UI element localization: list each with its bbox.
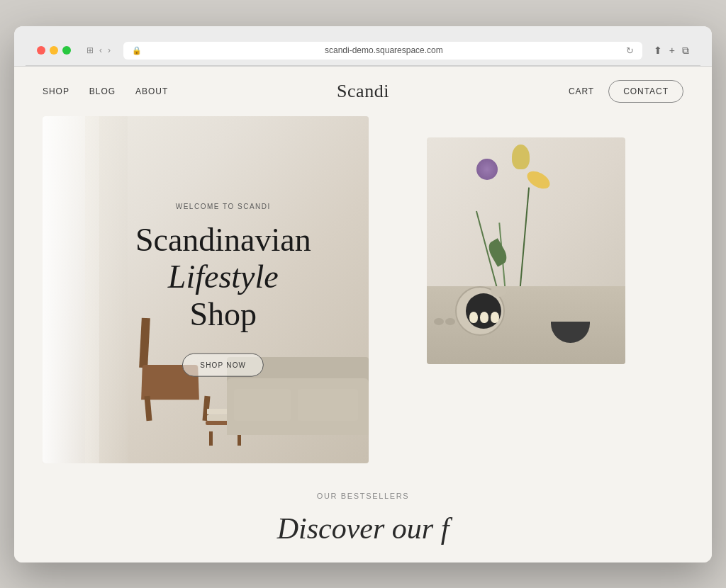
egg-2 (480, 312, 488, 323)
cart-link[interactable]: CART (569, 86, 594, 96)
site-navigation: SHOP BLOG ABOUT Scandi CART CONTACT (14, 67, 712, 116)
nav-shop[interactable]: SHOP (43, 86, 69, 96)
right-content-area (369, 116, 683, 463)
hero-title-normal: Shop (189, 296, 257, 332)
curtain-right (85, 116, 128, 463)
new-tab-icon[interactable]: + (669, 45, 675, 56)
flower-stem-2 (519, 187, 530, 293)
address-bar[interactable]: 🔒 scandi-demo.squarespace.com ↻ (123, 42, 642, 60)
tabs-icon[interactable]: ⧉ (682, 45, 689, 57)
minimize-button[interactable] (50, 46, 58, 55)
share-icon[interactable]: ⬆ (654, 45, 662, 56)
site-logo[interactable]: Scandi (337, 81, 389, 102)
divider (26, 65, 700, 66)
url-text: scandi-demo.squarespace.com (146, 45, 622, 55)
sofa-cushion-1 (234, 389, 291, 421)
browser-window: ⊞ ‹ › 🔒 scandi-demo.squarespace.com ↻ ⬆ … (14, 26, 712, 562)
website-content: SHOP BLOG ABOUT Scandi CART CONTACT (14, 67, 712, 562)
shop-now-button[interactable]: SHOP NOW (182, 354, 264, 377)
hero-title: Scandinavian Lifestyle Shop (135, 221, 311, 334)
bestsellers-label: OUR BESTSELLERS (43, 492, 683, 500)
plate-2 (466, 293, 501, 329)
eggs-cluster (469, 312, 499, 323)
stone-cluster (434, 318, 455, 325)
bestsellers-title: Discover our f (43, 511, 683, 545)
table-vase (491, 286, 506, 297)
browser-chrome: ⊞ ‹ › 🔒 scandi-demo.squarespace.com ↻ ⬆ … (14, 26, 712, 67)
maximize-button[interactable] (62, 46, 71, 55)
nav-blog[interactable]: BLOG (89, 86, 116, 96)
product-image (427, 137, 625, 364)
refresh-icon[interactable]: ↻ (626, 45, 634, 56)
main-content: WELCOME TO SCANDI Scandinavian Lifestyle… (14, 116, 712, 463)
table-leg-1 (209, 431, 213, 446)
nav-right: CART CONTACT (569, 80, 683, 103)
sofa-cushion-2 (298, 389, 358, 421)
window-controls: ⊞ ‹ › (85, 44, 112, 57)
hero-title-line1: Scandinavian (135, 221, 311, 257)
stone-2 (445, 318, 455, 325)
egg-1 (469, 312, 478, 323)
contact-button[interactable]: CONTACT (608, 80, 683, 103)
hero-text-block: WELCOME TO SCANDI Scandinavian Lifestyle… (135, 202, 311, 377)
flower-head-2 (512, 145, 530, 169)
toolbar-right: ⬆ + ⧉ (654, 45, 689, 57)
egg-3 (491, 312, 499, 323)
nav-about[interactable]: ABOUT (135, 86, 168, 96)
hero-title-italic: Lifestyle (168, 259, 279, 295)
sidebar-toggle-icon[interactable]: ⊞ (85, 44, 95, 57)
bottom-section: OUR BESTSELLERS Discover our f (14, 463, 712, 560)
stone-1 (434, 318, 444, 325)
hero-section: WELCOME TO SCANDI Scandinavian Lifestyle… (43, 116, 369, 463)
traffic-lights (37, 46, 71, 55)
close-button[interactable] (37, 46, 45, 55)
table-cloth (427, 286, 625, 364)
flower-head-1 (476, 159, 498, 180)
nav-left: SHOP BLOG ABOUT (43, 86, 168, 96)
hero-subtitle: WELCOME TO SCANDI (135, 202, 311, 210)
back-button[interactable]: ‹ (98, 44, 104, 57)
forward-button[interactable]: › (106, 44, 112, 57)
lock-icon: 🔒 (132, 46, 142, 55)
hero-background: WELCOME TO SCANDI Scandinavian Lifestyle… (43, 116, 369, 463)
